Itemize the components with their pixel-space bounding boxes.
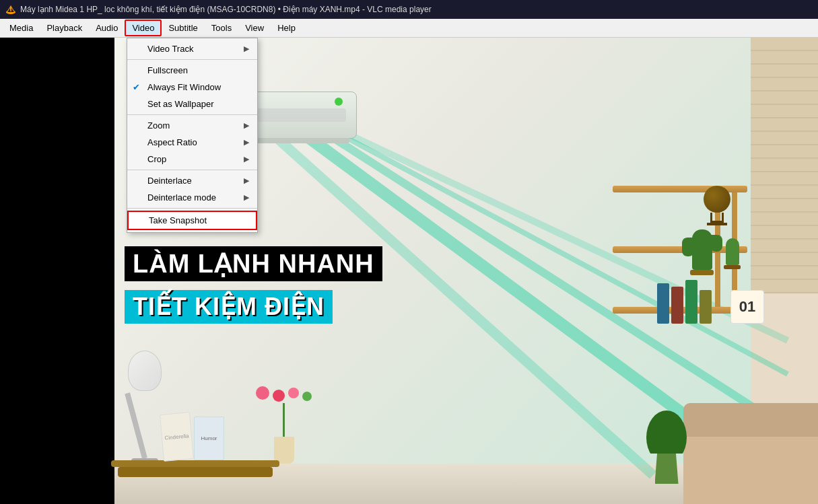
menu-item-fullscreen-label: Fullscreen	[147, 65, 188, 75]
menu-playback[interactable]: Playback	[40, 20, 89, 36]
menu-item-take-snapshot-label: Take Snapshot	[149, 215, 207, 225]
menu-item-always-fit-window[interactable]: ✔ Always Fit Window	[127, 79, 257, 96]
svg-point-4	[10, 10, 11, 11]
menu-item-video-track-label: Video Track	[147, 44, 193, 54]
plant-pot	[655, 454, 679, 484]
blind-strip	[751, 65, 818, 78]
blind-strip	[751, 159, 818, 172]
lamp-base	[125, 392, 147, 459]
cactus-small	[724, 238, 741, 269]
menu-item-deinterlace-label: Deinterlace	[147, 176, 192, 186]
menu-help[interactable]: Help	[271, 20, 302, 36]
blind-strip	[751, 51, 818, 65]
lamp-head	[128, 351, 162, 391]
menu-item-video-track[interactable]: Video Track ▶	[127, 40, 257, 57]
menu-view[interactable]: View	[238, 20, 271, 36]
menu-item-zoom-label: Zoom	[147, 120, 170, 131]
book-4	[700, 290, 712, 324]
flower-stem	[283, 403, 285, 437]
window-title: Máy lạnh Midea 1 HP_ loc không khí, tiết…	[20, 5, 432, 14]
video-text-overlay-2: TIẾT KIỆM ĐIỆN	[125, 290, 333, 324]
flower-vase	[256, 386, 312, 464]
book-3	[685, 280, 697, 324]
globe-base	[707, 223, 727, 225]
table-surface	[111, 460, 279, 467]
blind-strip	[751, 199, 818, 213]
cactus-arm-left	[682, 238, 694, 256]
lamp	[128, 351, 162, 464]
svg-rect-3	[10, 7, 11, 10]
blind-strip	[751, 38, 818, 51]
blind-strip	[751, 240, 818, 253]
flower-pot	[274, 437, 294, 464]
menu-separator-4	[127, 208, 257, 209]
menu-item-deinterlace-mode-label: Deinterlace mode	[147, 192, 216, 203]
submenu-arrow-zoom: ▶	[244, 121, 249, 130]
menu-item-aspect-ratio-label: Aspect Ratio	[147, 137, 197, 147]
menu-media[interactable]: Media	[3, 20, 40, 36]
globe	[704, 186, 730, 225]
blind-strip	[751, 266, 818, 280]
menu-item-set-wallpaper[interactable]: Set as Wallpaper	[127, 96, 257, 112]
blind-strip	[751, 226, 818, 240]
menubar: Media Playback Audio Video Subtitle Tool…	[0, 19, 818, 38]
cactus-arm-right	[710, 235, 722, 252]
table	[118, 467, 273, 477]
table-book-1: Cinderella	[160, 412, 194, 462]
cactus-pot	[690, 270, 714, 275]
menu-item-fullscreen[interactable]: Fullscreen	[127, 62, 257, 79]
book-2	[671, 287, 683, 324]
cactus-body	[692, 229, 712, 270]
titlebar: Máy lạnh Midea 1 HP_ loc không khí, tiết…	[0, 0, 818, 19]
submenu-arrow-crop: ▶	[244, 155, 249, 164]
menu-tools[interactable]: Tools	[205, 20, 238, 36]
plant-leaves	[646, 400, 687, 454]
menu-item-crop[interactable]: Crop ▶	[127, 151, 257, 168]
menu-item-aspect-ratio[interactable]: Aspect Ratio ▶	[127, 134, 257, 151]
globe-sphere	[704, 186, 730, 213]
flower-head-1	[256, 386, 269, 400]
checkmark-always-fit: ✔	[133, 82, 140, 92]
menu-item-zoom[interactable]: Zoom ▶	[127, 117, 257, 134]
blind-strip	[751, 105, 818, 118]
flower-heads	[256, 386, 312, 402]
books-on-table: Cinderella Humor	[162, 413, 224, 460]
flower-head-3	[288, 388, 299, 398]
menu-item-deinterlace[interactable]: Deinterlace ▶	[127, 172, 257, 189]
blind-strip	[751, 145, 818, 159]
blind-strip	[751, 118, 818, 132]
sofa	[683, 423, 818, 504]
leaf	[302, 392, 312, 401]
blind-strip	[751, 186, 818, 199]
ac-indicator	[335, 98, 343, 106]
black-panel	[0, 38, 114, 504]
menu-item-take-snapshot[interactable]: Take Snapshot	[127, 211, 257, 230]
vlc-icon	[5, 4, 16, 15]
globe-stand	[710, 213, 724, 223]
video-text-overlay-1: LÀM LẠNH NHANH	[125, 246, 382, 281]
menu-item-deinterlace-mode[interactable]: Deinterlace mode ▶	[127, 189, 257, 206]
menu-audio[interactable]: Audio	[89, 20, 125, 36]
blind-strip	[751, 132, 818, 145]
sofa-plant	[646, 400, 687, 484]
menu-separator-3	[127, 170, 257, 170]
blind-strip	[751, 78, 818, 92]
cactus-large	[690, 229, 714, 275]
submenu-arrow-deinterlace: ▶	[244, 176, 249, 185]
blind-strip	[751, 172, 818, 186]
books-on-shelf	[657, 280, 714, 324]
menu-separator-1	[127, 59, 257, 60]
blind-strip	[751, 92, 818, 105]
small-cactus-pot	[724, 265, 741, 269]
blind-strip	[751, 213, 818, 226]
submenu-arrow-deinterlace-mode: ▶	[244, 193, 249, 202]
small-cactus-body	[726, 238, 739, 265]
table-book-2: Humor	[194, 417, 224, 460]
video-area: 01 Cinderella Humor LÀM LẠNH NHANH TIẾT …	[0, 38, 818, 504]
blind-strip	[751, 253, 818, 266]
submenu-arrow-aspect-ratio: ▶	[244, 138, 249, 147]
menu-separator-2	[127, 114, 257, 115]
book-1	[657, 283, 669, 324]
menu-subtitle[interactable]: Subtitle	[162, 20, 204, 36]
menu-video[interactable]: Video	[125, 20, 162, 36]
